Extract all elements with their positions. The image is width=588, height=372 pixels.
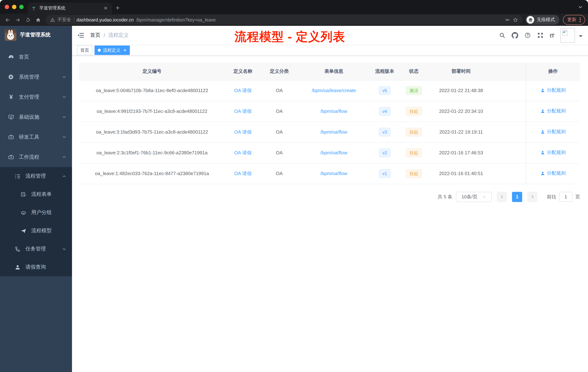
prev-page-button[interactable] [497,192,507,202]
goto-page-input[interactable] [559,192,572,202]
avatar[interactable] [560,28,575,43]
definition-category: OA [261,121,297,142]
paper-plane-icon [20,228,27,234]
form-link[interactable]: /bpm/oa/flow [320,129,347,135]
window-controls [5,5,24,9]
next-page-button[interactable] [527,192,537,202]
tag-close-icon[interactable]: ✕ [123,48,126,53]
incognito-label: 无痕模式 [537,17,555,23]
version-badge: v4 [379,107,390,116]
dashboard-icon [8,54,14,60]
tag-home[interactable]: 首页 [77,45,92,55]
font-size-icon[interactable]: tT [550,32,554,38]
assign-rule-link[interactable]: 分配规则 [540,87,566,94]
definition-name-link[interactable]: OA 请假 [234,129,252,134]
definition-name-link[interactable]: OA 请假 [234,171,252,176]
question-icon[interactable] [524,32,531,39]
form-link[interactable]: /bpm/oa/flow [320,150,347,155]
page-size-select[interactable]: 10条/页 [456,192,492,202]
fullscreen-icon[interactable] [537,32,544,39]
assign-rule-link[interactable]: 分配规则 [540,129,566,135]
sidebar-item-devtools[interactable]: 研发工具 [0,127,72,147]
sidebar-item-home[interactable]: 首页 [0,47,72,67]
insecure-warning-icon [50,17,55,22]
sidebar-item-process-management[interactable]: 流程管理 [0,167,72,185]
col-actions: 操作 [526,63,580,80]
red-annotation: 流程模型 - 定义列表 [235,29,345,45]
close-window-button[interactable] [5,5,9,9]
bookmark-star-icon[interactable] [513,17,518,22]
col-definition-category: 定义分类 [261,63,297,80]
github-icon[interactable] [512,32,518,39]
assign-rule-link[interactable]: 分配规则 [540,108,566,114]
user-icon [540,171,545,176]
table-row: oa_leave:1:482ec033-762a-11ec-8477-a2380… [79,163,580,184]
form-link[interactable]: /bpm/oa/flow [320,109,347,114]
table-row: oa_leave:5:004b710b-7b8a-11ec-8ef0-acde4… [79,80,580,101]
version-badge: v1 [379,169,390,178]
sidebar-item-task-management[interactable]: 任务管理 [0,240,72,258]
url-path: /bpm/manager/definition?key=oa_leave [136,17,216,22]
security-label[interactable]: 不安全 [57,17,71,23]
password-key-icon[interactable] [505,17,510,22]
home-icon[interactable] [33,15,43,25]
tab-search-chevron-icon[interactable] [578,4,583,10]
tab-close-icon[interactable]: ✕ [103,5,108,11]
browser-menu-icon[interactable] [580,17,581,22]
sidebar-item-workflow[interactable]: 工作流程 [0,147,72,167]
sidebar-item-infra[interactable]: 基础设施 [0,107,72,127]
address-separator [74,17,74,22]
col-definition-name: 定义名称 [225,63,261,80]
deploy-time: 2022-01-22 21:48:38 [428,80,494,101]
forward-icon[interactable] [13,15,22,25]
sidebar-item-leave-query[interactable]: 请假查询 [0,258,72,276]
current-page-button[interactable]: 1 [512,192,522,202]
avatar-caret-icon[interactable] [579,35,583,39]
sidebar-item-payment[interactable]: ¥ 支付管理 [0,87,72,107]
definition-id: oa_leave:4:991f2193-7b7f-11ec-a3c8-acde4… [79,101,225,121]
breadcrumb-home[interactable]: 首页 [90,32,100,39]
new-tab-button[interactable]: + [116,4,120,11]
tab-title: 芋道管理系统 [39,5,103,11]
main-area: 流程模型 - 定义列表 首页 / 流程定义 tT [72,26,588,372]
favicon-sprout-icon [31,6,36,11]
form-link[interactable]: /bpm/oa/flow [320,171,347,176]
back-icon[interactable] [3,15,12,25]
definition-name-link[interactable]: OA 请假 [234,150,252,155]
browser-toolbar: 不安全 dashboard.yudao.iocoder.cn/bpm/manag… [0,14,588,26]
col-process-version: 流程版本 [370,63,399,80]
zoom-window-button[interactable] [19,5,24,9]
assign-rule-link[interactable]: 分配规则 [540,170,566,177]
definition-category: OA [261,163,297,184]
tag-process-definition[interactable]: 流程定义 ✕ [94,45,130,55]
workflow-submenu: 流程管理 流程表单 用户分组 流程模型 [0,167,72,276]
assign-rule-link[interactable]: 分配规则 [540,149,566,156]
sidebar-item-process-form[interactable]: 流程表单 [0,185,72,203]
definition-name-link[interactable]: OA 请假 [234,108,252,114]
sidebar-item-process-model[interactable]: 流程模型 [0,222,72,240]
sidebar-item-user-group[interactable]: 用户分组 [0,203,72,222]
deploy-time: 2022-01-16 17:46:53 [428,142,494,163]
definition-name-link[interactable]: OA 请假 [234,88,252,93]
definition-id: oa_leave:2:3c1f0ef1-76b1-11ec-9c66-a2380… [79,142,225,163]
hamburger-icon[interactable] [77,32,85,39]
form-link[interactable]: /bpm/oa/leave/create [312,88,356,93]
reload-icon[interactable] [23,15,33,25]
chevron-down-icon [62,95,66,99]
deploy-time: 2022-01-22 19:19:11 [428,121,494,142]
status-badge: 挂起 [406,169,422,178]
search-icon[interactable] [499,32,505,39]
sidebar-item-system[interactable]: 系统管理 [0,67,72,87]
address-bar[interactable]: 不安全 dashboard.yudao.iocoder.cn/bpm/manag… [46,15,523,25]
gear-icon [8,74,14,80]
robot-icon [20,209,27,216]
version-badge: v3 [379,128,390,136]
sidebar: 芋道管理系统 首页 系统管理 ¥ 支付管理 [0,26,72,372]
table-row: oa_leave:2:3c1f0ef1-76b1-11ec-9c66-a2380… [79,142,580,163]
browser-tab[interactable]: 芋道管理系统 ✕ [28,2,112,14]
monitor-icon [8,114,14,120]
definition-id: oa_leave:3:1fad3d93-7b75-11ec-a3c8-acde4… [79,121,225,142]
browser-tab-strip: 芋道管理系统 ✕ + [0,0,588,14]
browser-update-button[interactable]: 更新 [563,15,585,25]
minimize-window-button[interactable] [12,5,16,9]
